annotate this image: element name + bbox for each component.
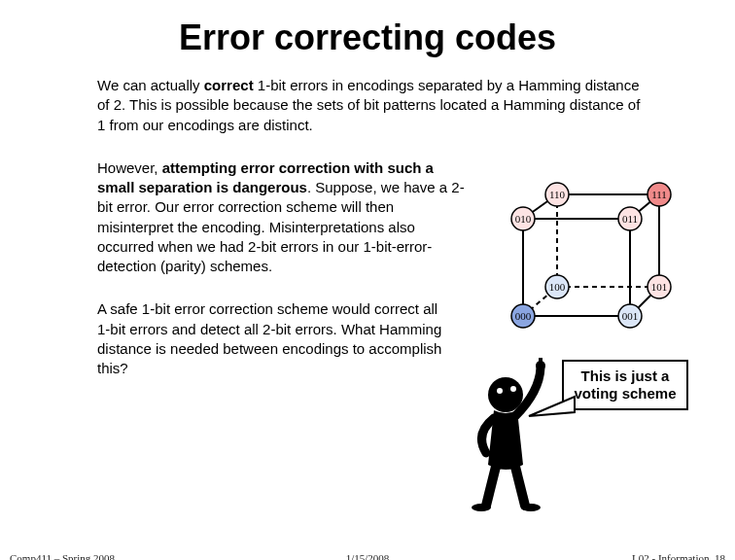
node-011: 011	[618, 207, 642, 230]
footer-right-label: L02 - Information	[632, 552, 709, 560]
p2-text-a: However,	[97, 159, 162, 176]
node-111: 111	[648, 183, 671, 206]
svg-text:001: 001	[622, 310, 639, 322]
person-icon	[447, 358, 564, 513]
svg-text:100: 100	[549, 281, 566, 293]
hamming-cube-diagram: 110 111 010 011 100 101 000 001	[504, 190, 669, 340]
svg-point-30	[497, 388, 503, 394]
p1-bold: correct	[204, 77, 254, 93]
paragraph-3: A safe 1-bit error correction scheme wou…	[97, 299, 447, 378]
svg-point-31	[510, 386, 516, 392]
svg-text:000: 000	[515, 310, 532, 322]
footer-left: Comp411 – Spring 2008	[10, 552, 115, 560]
footer-right: L02 - Information 18	[632, 552, 725, 560]
svg-text:010: 010	[515, 213, 532, 225]
slide-title: Error correcting codes	[39, 18, 696, 58]
footer-center: 1/15/2008	[346, 552, 390, 560]
svg-text:111: 111	[651, 189, 667, 200]
node-101: 101	[648, 275, 671, 298]
p1-text-a: We can actually	[97, 77, 204, 93]
cube-svg: 110 111 010 011 100 101 000 001	[504, 190, 669, 340]
paragraph-1: We can actually correct 1-bit errors in …	[97, 76, 642, 135]
node-000: 000	[511, 304, 535, 328]
speech-bubble: This is just a voting scheme	[562, 360, 688, 410]
slide-number: 18	[715, 552, 725, 560]
node-100: 100	[545, 275, 569, 298]
svg-point-36	[472, 504, 491, 511]
svg-line-35	[515, 467, 525, 506]
svg-text:011: 011	[622, 213, 638, 225]
svg-text:110: 110	[549, 189, 566, 200]
svg-line-34	[486, 467, 496, 506]
svg-text:101: 101	[651, 281, 668, 293]
node-001: 001	[618, 304, 642, 328]
svg-point-29	[488, 377, 523, 412]
node-010: 010	[511, 207, 535, 230]
svg-point-37	[521, 504, 541, 511]
node-110: 110	[545, 183, 569, 206]
paragraph-2: However, attempting error correction wit…	[97, 158, 467, 277]
